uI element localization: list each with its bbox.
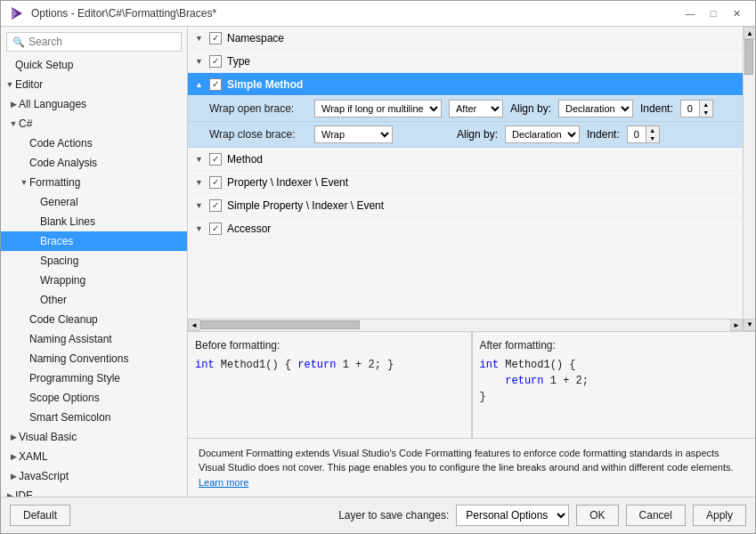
- h-scroll-thumb[interactable]: [200, 320, 360, 329]
- tree-item-wrapping[interactable]: Wrapping: [1, 271, 187, 290]
- expand-property-icon[interactable]: ▼: [195, 178, 209, 187]
- indent-close-spinner: 0 ▲ ▼: [627, 125, 660, 143]
- tree-item-ide[interactable]: ▶ IDE: [1, 486, 187, 497]
- expand-icon: ▶: [4, 490, 15, 497]
- layer-label: Layer to save changes:: [338, 509, 449, 522]
- before-panel: Before formatting: int Method1() { retur…: [188, 332, 472, 438]
- default-button[interactable]: Default: [10, 505, 70, 526]
- indent-open-label: Indent:: [640, 102, 673, 115]
- scroll-right-arrow[interactable]: ►: [730, 319, 743, 331]
- expand-icon: [19, 412, 29, 423]
- tree-item-smart-semicolon[interactable]: Smart Semicolon: [1, 408, 187, 427]
- checkbox-accessor[interactable]: [209, 222, 222, 235]
- option-row-simple-property: ▼ Simple Property \ Indexer \ Event: [188, 194, 743, 217]
- tree-item-csharp[interactable]: ▼ C#: [1, 114, 187, 134]
- titlebar-left: Options - Editor\C#\Formatting\Braces*: [10, 6, 216, 20]
- tree-item-javascript[interactable]: ▶ JavaScript: [1, 466, 187, 486]
- left-panel: 🔍 Quick Setup ▼ Editor ▶ All Language: [1, 27, 188, 497]
- tree-container: Quick Setup ▼ Editor ▶ All Languages ▼ C…: [1, 55, 187, 497]
- tree-item-general[interactable]: General: [1, 192, 187, 212]
- expand-simple-property-icon[interactable]: ▼: [195, 201, 209, 210]
- close-button[interactable]: ✕: [727, 6, 746, 20]
- tree-item-code-actions[interactable]: Code Actions: [1, 134, 187, 153]
- h-scroll-track[interactable]: [200, 320, 730, 329]
- maximize-button[interactable]: □: [703, 6, 723, 20]
- spinner-btns-close: ▲ ▼: [646, 126, 659, 142]
- checkbox-simple-method[interactable]: [209, 78, 222, 91]
- expand-namespace-icon[interactable]: ▼: [195, 34, 209, 43]
- tree-item-scope-options[interactable]: Scope Options: [1, 388, 187, 408]
- tree-label: Formatting: [29, 174, 80, 190]
- spinner-up-close[interactable]: ▲: [646, 126, 659, 134]
- tree-item-naming-conventions[interactable]: Naming Conventions: [1, 349, 187, 368]
- spinner-up-open[interactable]: ▲: [700, 101, 712, 109]
- expand-icon: [19, 138, 29, 149]
- tree-item-formatting[interactable]: ▼ Formatting: [1, 173, 187, 192]
- checkbox-method[interactable]: [209, 153, 222, 166]
- indent-close-val: 0: [628, 127, 646, 142]
- option-row-method: ▼ Method: [188, 148, 743, 171]
- tree-label: Other: [40, 292, 67, 308]
- checkbox-property[interactable]: [209, 176, 222, 189]
- wrap-close-label: Wrap close brace:: [209, 128, 307, 141]
- spinner-down-open[interactable]: ▼: [700, 109, 712, 117]
- indent-close-label: Indent:: [587, 128, 620, 141]
- tree-item-quick-setup[interactable]: Quick Setup: [1, 55, 187, 75]
- horizontal-scrollbar[interactable]: ◄ ►: [188, 319, 743, 331]
- expand-simple-method-icon[interactable]: ▲: [195, 80, 209, 89]
- checkbox-namespace[interactable]: [209, 32, 222, 44]
- apply-button[interactable]: Apply: [693, 505, 746, 526]
- minimize-button[interactable]: —: [680, 6, 700, 20]
- expand-icon: ▶: [8, 432, 19, 442]
- expand-icon: [29, 275, 40, 286]
- after-select[interactable]: After Before: [449, 100, 503, 117]
- wrap-open-select[interactable]: Wrap if long or multiline Wrap Do not wr…: [314, 100, 442, 117]
- tree-item-code-cleanup[interactable]: Code Cleanup: [1, 310, 187, 329]
- vertical-scrollbar[interactable]: ▲ ▼: [743, 27, 755, 331]
- expand-icon: ▶: [8, 451, 19, 462]
- tree-item-programming-style[interactable]: Programming Style: [1, 368, 187, 388]
- tree-item-visual-basic[interactable]: ▶ Visual Basic: [1, 427, 187, 447]
- expand-icon: [19, 158, 29, 168]
- expand-icon: [29, 197, 40, 207]
- tree-label: XAML: [19, 449, 48, 465]
- options-and-scroll: ▼ Namespace ▼ Type ▲: [188, 27, 755, 331]
- wrap-close-row: Wrap close brace: Wrap Do not wrap Align…: [188, 122, 743, 148]
- align-close-select[interactable]: Declaration Method: [505, 125, 580, 143]
- simple-method-label: Simple Method: [227, 78, 303, 91]
- expand-icon: [19, 314, 29, 325]
- v-scroll-thumb[interactable]: [744, 39, 753, 75]
- ok-button[interactable]: OK: [576, 505, 618, 526]
- tree-item-editor[interactable]: ▼ Editor: [1, 75, 187, 94]
- align-open-select[interactable]: Declaration Method: [558, 100, 633, 117]
- layer-select[interactable]: Personal Options Team Shared Solution: [456, 505, 569, 526]
- tree-label: C#: [19, 116, 32, 132]
- learn-more-link[interactable]: Learn more: [199, 477, 248, 488]
- wrap-close-select[interactable]: Wrap Do not wrap: [314, 125, 393, 143]
- tree-item-naming-assistant[interactable]: Naming Assistant: [1, 329, 187, 349]
- checkbox-simple-property[interactable]: [209, 199, 222, 212]
- expand-accessor-icon[interactable]: ▼: [195, 224, 209, 233]
- search-input[interactable]: [28, 36, 175, 48]
- v-scroll-track[interactable]: [744, 39, 755, 319]
- tree-item-spacing[interactable]: Spacing: [1, 251, 187, 271]
- tree-item-all-languages[interactable]: ▶ All Languages: [1, 94, 187, 114]
- accessor-label: Accessor: [227, 222, 271, 235]
- expand-type-icon[interactable]: ▼: [195, 57, 209, 66]
- cancel-button[interactable]: Cancel: [626, 505, 686, 526]
- tree-item-braces[interactable]: Braces: [1, 231, 187, 251]
- options-scroll-area: ▼ Namespace ▼ Type ▲: [188, 27, 743, 331]
- tree-item-other[interactable]: Other: [1, 290, 187, 310]
- expand-icon: [29, 236, 40, 247]
- tree-item-xaml[interactable]: ▶ XAML: [1, 447, 187, 466]
- tree-item-blank-lines[interactable]: Blank Lines: [1, 212, 187, 231]
- expand-method-icon[interactable]: ▼: [195, 155, 209, 164]
- spinner-down-close[interactable]: ▼: [646, 134, 659, 142]
- checkbox-type[interactable]: [209, 55, 222, 68]
- scroll-left-arrow[interactable]: ◄: [188, 319, 200, 331]
- expand-icon: [29, 255, 40, 266]
- tree-item-code-analysis[interactable]: Code Analysis: [1, 153, 187, 173]
- before-code: int Method1() { return 1 + 2; }: [195, 357, 464, 373]
- option-row-namespace: ▼ Namespace: [188, 27, 743, 50]
- after-code: int Method1() { return 1 + 2; }: [480, 357, 749, 405]
